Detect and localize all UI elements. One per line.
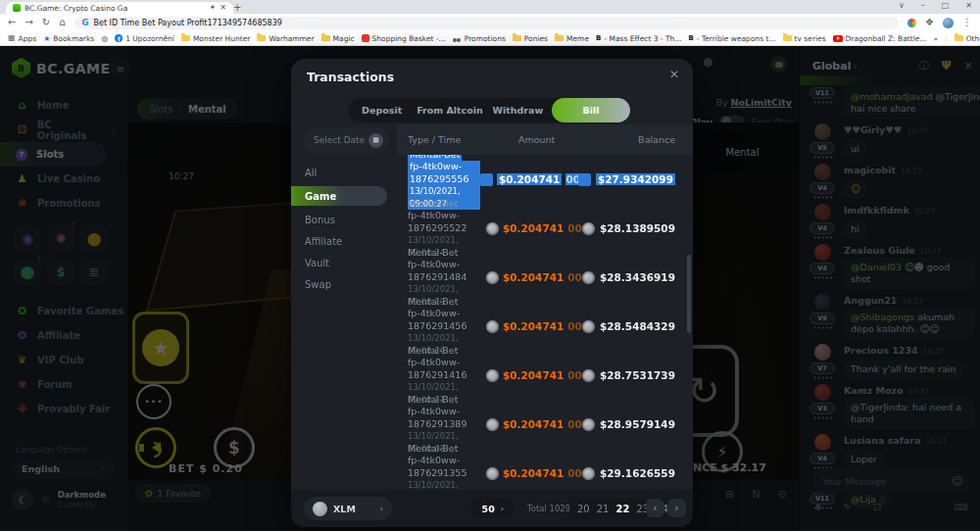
filter-label: Affiliate bbox=[305, 236, 342, 247]
balance-value: $27.9342099 bbox=[596, 173, 675, 185]
bookmark-ponies[interactable]: Ponies bbox=[513, 34, 548, 43]
window-minimize-icon[interactable]: – bbox=[921, 1, 925, 10]
page-20[interactable]: 20 bbox=[577, 504, 590, 514]
other-bookmarks[interactable]: Other bookmarks bbox=[955, 34, 980, 43]
page-size-value: 50 bbox=[482, 504, 495, 514]
filter-bonus[interactable]: Bonus bbox=[291, 209, 397, 230]
bookmark-label: tv series bbox=[795, 34, 826, 43]
bookmark-shopping-basket[interactable]: Shopping Basket -... bbox=[362, 34, 446, 43]
xlm-coin-icon bbox=[578, 173, 591, 186]
kebab-menu-icon[interactable]: ⋮ bbox=[962, 18, 972, 27]
amount-minor: 00 bbox=[567, 467, 582, 479]
site: B BC.GAME ≡ ⌂Home ⚄BC Originals› 7Slots … bbox=[0, 46, 980, 531]
window-maximize-icon[interactable]: □ bbox=[942, 1, 950, 10]
pagination-nav: ‹ › bbox=[646, 499, 686, 517]
globe-icon: ◍ bbox=[101, 34, 108, 43]
new-tab-button[interactable]: + bbox=[233, 2, 241, 13]
balance-value: $29.1626559 bbox=[600, 467, 675, 479]
table-row[interactable]: Mental-Betfp-4tk0ww-187629148413/10/2021… bbox=[397, 253, 693, 302]
xlm-coin-icon bbox=[486, 369, 499, 382]
window-controls: ∨ – □ ✕ bbox=[899, 1, 972, 10]
bookmark-apps[interactable]: ▦Apps bbox=[8, 33, 36, 43]
filter-all[interactable]: All bbox=[291, 162, 397, 183]
scrollbar-thumb[interactable] bbox=[687, 255, 691, 333]
transactions-table: Mental-Betfp-4tk0ww-187629555613/10/2021… bbox=[397, 155, 693, 490]
amount-value: $0.204741 bbox=[503, 222, 564, 234]
tab-bill[interactable]: Bill bbox=[552, 98, 630, 122]
page-22-current[interactable]: 22 bbox=[615, 504, 629, 514]
table-row[interactable]: Mental-Betfp-4tk0ww-187629138913/10/2021… bbox=[397, 400, 693, 449]
table-row[interactable]: Mental-Betfp-4tk0ww-187629135513/10/2021… bbox=[397, 449, 693, 490]
transaction-type: Mental-Bet bbox=[408, 198, 486, 211]
type-time-cell: Mental-Betfp-4tk0ww-187629135513/10/2021… bbox=[408, 443, 486, 490]
filter-game[interactable]: Game bbox=[291, 186, 387, 206]
balance-cell: $28.3436919 bbox=[582, 271, 675, 284]
transaction-type: Mental-Bet bbox=[408, 247, 486, 260]
reload-icon[interactable]: ↻ bbox=[42, 18, 50, 27]
bookmark-tv-series[interactable]: tv series bbox=[783, 34, 826, 43]
window-close-icon[interactable]: ✕ bbox=[965, 1, 972, 10]
bookmark-meme[interactable]: Meme bbox=[555, 34, 589, 43]
forward-icon[interactable]: → bbox=[24, 18, 32, 27]
extensions-puzzle-icon[interactable]: ❖ bbox=[925, 18, 934, 27]
tab-from-altcoin[interactable]: From Altcoin bbox=[416, 105, 483, 116]
next-page-button[interactable]: › bbox=[667, 499, 686, 517]
amount-minor: 00 bbox=[567, 418, 582, 430]
bookmark-monster-hunter[interactable]: Monster Hunter bbox=[181, 34, 251, 43]
bookmark-terrible-weapons[interactable]: B- Terrible weapons t... bbox=[688, 34, 775, 43]
bookmarks-overflow-icon[interactable]: » bbox=[934, 34, 939, 43]
bookmark-magic[interactable]: Magic bbox=[321, 34, 355, 43]
balance-cell: $27.9342099 bbox=[578, 173, 675, 186]
back-icon[interactable]: ← bbox=[8, 18, 16, 27]
browser-tabstrip: BC.Game: Crypto Casino Ga ✦ ✕ + ∨ – □ ✕ bbox=[0, 0, 980, 14]
tab-deposit[interactable]: Deposit bbox=[348, 105, 416, 116]
browser-tab[interactable]: BC.Game: Crypto Casino Ga ✦ ✕ bbox=[6, 2, 233, 14]
table-row[interactable]: Mental-Betfp-4tk0ww-187629145613/10/2021… bbox=[397, 302, 693, 351]
xlm-coin-icon bbox=[486, 418, 499, 431]
bookmark-warhammer[interactable]: Warhammer bbox=[257, 34, 314, 43]
transaction-type: Mental-Bet bbox=[408, 394, 486, 407]
filter-swap[interactable]: Swap bbox=[291, 273, 397, 295]
filter-affiliate[interactable]: Affiliate bbox=[291, 230, 397, 252]
modal-close-icon[interactable]: ✕ bbox=[669, 68, 679, 81]
tab-withdraw[interactable]: Withdraw bbox=[484, 105, 552, 116]
table-row[interactable]: Mental-Betfp-4tk0ww-187629552213/10/2021… bbox=[397, 204, 693, 253]
bookmark-dragonball[interactable]: Dragonball Z: Battle... bbox=[833, 34, 927, 43]
currency-select[interactable]: XLM › bbox=[304, 497, 392, 520]
b-logo-icon: B bbox=[596, 34, 601, 42]
address-bar[interactable]: G Bet ID Time Bet Payout Profit171349574… bbox=[74, 17, 900, 29]
table-row[interactable]: Mental-Betfp-4tk0ww-187629555613/10/2021… bbox=[397, 155, 693, 204]
window-dropdown-icon[interactable]: ∨ bbox=[899, 1, 905, 10]
home-icon[interactable]: ⌂ bbox=[59, 18, 65, 27]
address-url: Bet ID Time Bet Payout Profit17134957468… bbox=[94, 19, 282, 27]
xlm-coin-icon bbox=[480, 173, 493, 186]
filter-label: Swap bbox=[305, 279, 331, 290]
b-logo-icon: B bbox=[688, 34, 693, 42]
select-date-button[interactable]: Select Date ▦ bbox=[303, 127, 389, 153]
filter-vault[interactable]: Vault bbox=[291, 252, 397, 273]
prev-page-button[interactable]: ‹ bbox=[646, 499, 664, 517]
xlm-coin-icon bbox=[582, 320, 595, 333]
balance-cell: $28.7531739 bbox=[582, 369, 675, 382]
amount-value: $0.204741 bbox=[503, 467, 564, 479]
update-icon[interactable] bbox=[907, 19, 916, 27]
amount-value: $0.204741 bbox=[497, 173, 562, 185]
amount-cell: $0.20474100 bbox=[486, 320, 582, 333]
bookmark-label: Warhammer bbox=[269, 34, 314, 43]
tab-close-icon[interactable]: ✕ bbox=[220, 4, 226, 12]
xlm-coin-icon bbox=[486, 467, 499, 480]
profile-avatar[interactable] bbox=[943, 18, 954, 28]
table-row[interactable]: Mental-Betfp-4tk0ww-187629141613/10/2021… bbox=[397, 351, 693, 400]
bookmark-promotions[interactable]: Promotions bbox=[453, 34, 506, 43]
amount-value: $0.204741 bbox=[503, 369, 564, 381]
page-size-select[interactable]: 50 › bbox=[470, 499, 515, 518]
bookmark-globe[interactable]: ◍ bbox=[101, 34, 108, 43]
balance-value: $28.9579149 bbox=[600, 418, 675, 430]
tab-pin-icon: ✦ bbox=[210, 4, 217, 12]
bookmark-label: Apps bbox=[19, 34, 37, 43]
page-21[interactable]: 21 bbox=[597, 504, 610, 514]
bookmark-bookmarks[interactable]: ★Bookmarks bbox=[43, 34, 94, 43]
bookmark-mass-effect[interactable]: B- Mass Effect 3 - Th... bbox=[596, 34, 681, 43]
filter-label: Game bbox=[305, 191, 336, 202]
bookmark-upozorneni[interactable]: f1 Upozornění bbox=[115, 34, 174, 43]
